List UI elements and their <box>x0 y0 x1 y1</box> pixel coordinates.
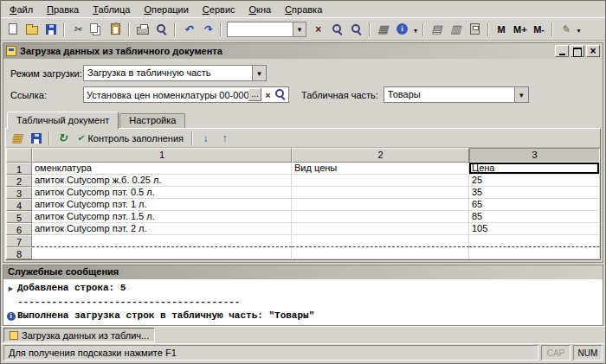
open-button[interactable] <box>23 21 41 38</box>
sheet-cell[interactable]: апиток Cutycomp пэт. 0.5 л. <box>32 187 292 199</box>
info-dropdown-arrow-icon[interactable] <box>412 24 419 35</box>
sheet-cell[interactable] <box>292 199 469 211</box>
load-data-window: Загрузка данных из табличного документа … <box>3 42 603 263</box>
menu-windows[interactable]: Окна <box>242 2 279 17</box>
tab-strip: Табличный документ Настройка <box>3 111 603 128</box>
sheet-cell[interactable]: апиток Cutycomp ж.б. 0.25 л. <box>32 175 292 187</box>
open-spreadsheet-button[interactable] <box>8 130 26 147</box>
selected-cell[interactable]: Цена <box>469 163 600 175</box>
tabular-section-dropdown-icon[interactable] <box>514 87 528 102</box>
close-button[interactable] <box>586 45 600 57</box>
corner-cell[interactable] <box>6 148 32 163</box>
menu-bar: Файл Правка Таблица Операции Сервис Окна… <box>1 1 605 18</box>
calculator-button[interactable] <box>466 21 484 38</box>
search-input[interactable] <box>228 23 293 35</box>
print-button[interactable] <box>133 21 152 38</box>
menu-table[interactable]: Таблица <box>86 2 137 17</box>
sheet-cell[interactable] <box>292 247 469 259</box>
load-mode-label: Режим загрузки: <box>10 68 83 79</box>
link-open-button[interactable] <box>274 87 288 102</box>
load-mode-select[interactable]: Загрузка в табличную часть <box>83 65 267 81</box>
unload-rows-button[interactable] <box>216 130 234 147</box>
search-combo[interactable] <box>227 22 306 37</box>
sheet-cell[interactable]: 65 <box>469 199 600 211</box>
new-document-button[interactable] <box>3 21 22 38</box>
menu-file[interactable]: Файл <box>3 2 40 17</box>
menu-operations[interactable]: Операции <box>137 2 195 17</box>
link-choose-button[interactable]: ... <box>248 88 261 101</box>
undo-button[interactable] <box>179 21 197 38</box>
sheet-row: 6 апиток Cutycomp пэт. 2 л. 105 <box>6 223 600 235</box>
load-rows-button[interactable] <box>197 130 215 147</box>
column-header-2[interactable]: 2 <box>292 148 469 163</box>
row-header[interactable]: 5 <box>6 211 32 223</box>
row-header[interactable]: 6 <box>6 223 32 235</box>
sheet-cell[interactable] <box>292 175 469 187</box>
sheet-cell[interactable]: апиток Cutycomp пэт. 1.5 л. <box>32 211 292 223</box>
sheet-cell[interactable]: апиток Cutycomp пэт. 1 л. <box>32 199 292 211</box>
save-button[interactable] <box>42 21 60 38</box>
tab-spreadsheet-document[interactable]: Табличный документ <box>7 112 119 129</box>
copy-button[interactable] <box>87 21 106 38</box>
memory-recall-button[interactable]: M <box>493 21 510 38</box>
sheet-cell[interactable]: Вид цены <box>292 163 469 175</box>
column-header-1[interactable]: 1 <box>32 148 292 163</box>
row-header[interactable]: 1 <box>6 163 32 175</box>
maximize-button[interactable] <box>571 45 584 57</box>
row-header[interactable]: 2 <box>6 175 32 187</box>
search-dropdown-button[interactable] <box>293 22 306 36</box>
row-header[interactable]: 7 <box>6 235 32 247</box>
menu-service[interactable]: Сервис <box>196 2 242 17</box>
cut-button[interactable] <box>68 21 87 38</box>
info-button[interactable] <box>393 21 411 38</box>
service-dropdown-arrow-icon[interactable] <box>576 24 583 35</box>
service-messages-title: Служебные сообщения <box>3 265 603 279</box>
column-header-3[interactable]: 3 <box>469 148 600 163</box>
sheet-cell[interactable] <box>32 247 292 259</box>
window-tab-load-data[interactable]: Загрузка данных из таблич... <box>3 328 155 342</box>
window-taskbar: Загрузка данных из таблич... <box>1 326 605 343</box>
link-clear-button[interactable]: × <box>262 90 274 100</box>
paste-button[interactable] <box>106 21 125 38</box>
open-icon <box>26 26 38 35</box>
sheet-cell[interactable] <box>292 235 469 247</box>
sheet-cell[interactable] <box>292 187 469 199</box>
menu-help[interactable]: Справка <box>278 2 329 17</box>
status-bar: Для получения подсказки нажмите F1 CAP N… <box>1 343 605 363</box>
memory-minus-button[interactable]: M- <box>531 21 548 38</box>
save-spreadsheet-button[interactable] <box>27 130 45 147</box>
refresh-button[interactable] <box>54 130 72 147</box>
sheet-cell[interactable] <box>32 235 292 247</box>
sheet-cell[interactable] <box>469 235 600 247</box>
tab-settings[interactable]: Настройка <box>119 113 185 128</box>
sheet-cell[interactable]: 35 <box>469 187 600 199</box>
window-tab-label: Загрузка данных из таблич... <box>22 330 149 341</box>
minimize-button[interactable] <box>555 45 569 57</box>
redo-button[interactable] <box>198 21 216 38</box>
sheet-cell[interactable]: 105 <box>469 223 600 235</box>
row-header[interactable]: 4 <box>6 199 32 211</box>
sheet-cell[interactable] <box>292 223 469 235</box>
row-header[interactable]: 8 <box>6 247 32 259</box>
menu-edit[interactable]: Правка <box>40 2 86 17</box>
load-mode-dropdown-icon[interactable] <box>252 66 266 80</box>
find-button[interactable] <box>328 21 346 38</box>
sheet-cell[interactable]: 25 <box>469 175 600 187</box>
table-button[interactable] <box>374 21 392 38</box>
sheet-cell[interactable]: 85 <box>469 211 600 223</box>
row-header[interactable]: 3 <box>6 187 32 199</box>
tabular-section-select[interactable]: Товары <box>384 86 529 103</box>
sheet-cell[interactable] <box>469 247 600 259</box>
find-next-button[interactable] <box>347 21 365 38</box>
clear-search-button[interactable] <box>309 21 327 38</box>
print-preview-button[interactable] <box>152 21 171 38</box>
memory-plus-button[interactable]: M+ <box>511 21 530 38</box>
fill-control-button[interactable]: Контроль заполнения <box>73 130 188 147</box>
sheet-cell[interactable]: оменклатура <box>32 163 292 175</box>
sheet-cell[interactable]: апиток Cutycomp пэт. 2 л. <box>32 223 292 235</box>
calendar-button[interactable] <box>447 21 465 38</box>
service-button[interactable] <box>557 21 575 38</box>
sheet-cell[interactable] <box>292 211 469 223</box>
link-field[interactable]: Установка цен номенклатуры 00-00000 ... … <box>83 86 289 103</box>
list-button[interactable] <box>428 21 446 38</box>
